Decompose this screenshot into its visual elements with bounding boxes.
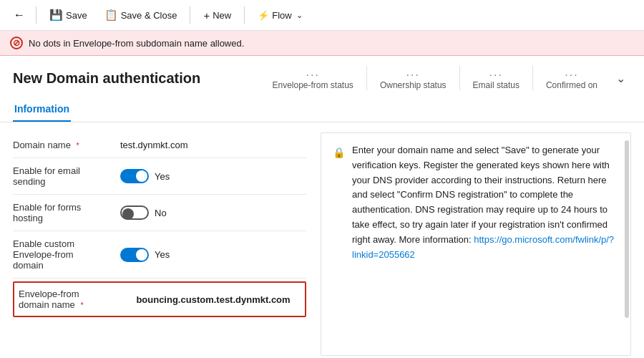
email-label: Email status [473,80,519,90]
lock-icon: 🔒 [333,145,345,160]
ownership-status: ... Ownership status [366,66,459,90]
domain-name-row: Domain name * [13,132,306,158]
email-sending-row: Enable for email sending Yes [13,158,306,195]
envelope-from-domain-value[interactable]: bouncing.custom.test.dynmkt.com [126,294,301,305]
new-icon: + [203,9,210,21]
save-icon: 💾 [49,9,63,21]
forms-hosting-row: Enable for forms hosting No [13,195,306,231]
envelope-from-domain-label: Envelope-from domain name * [19,289,119,310]
envelope-from-toggle-container: Yes [120,248,170,262]
separator-1 [36,6,36,24]
toolbar: ← 💾 Save 📋 Save & Close + New ⚡ Flow ⌄ [0,0,644,31]
email-sending-thumb [136,170,147,182]
confirmed-on-dots: ... [565,66,578,79]
main-content: Domain name * Enable for email sending Y… [0,122,644,358]
email-dots: ... [489,66,503,79]
page-title: New Domain authentication [13,70,200,87]
info-panel: 🔒 Enter your domain name and select "Sav… [321,132,631,356]
forms-hosting-thumb [122,208,134,220]
flow-icon: ⚡ [258,10,269,21]
back-button[interactable]: ← [9,4,30,26]
envelope-from-required: * [80,301,83,309]
save-close-button[interactable]: 📋 Save & Close [97,5,185,25]
envelope-from-status: ... Envelope-from status [259,66,366,90]
info-text: Enter your domain name and select "Save"… [352,143,619,262]
forms-hosting-toggle[interactable] [120,205,149,220]
flow-label: Flow [272,10,291,21]
error-icon: ⊘ [10,37,23,49]
domain-name-label: Domain name * [13,140,113,150]
form-panel: Domain name * Enable for email sending Y… [13,132,321,356]
envelope-from-thumb [136,249,147,261]
new-button[interactable]: + New [196,6,238,25]
forms-hosting-label: Enable for forms hosting [13,202,113,223]
email-sending-toggle[interactable] [120,169,149,183]
status-expand-button[interactable]: ⌄ [610,69,631,88]
email-sending-toggle-container: Yes [120,169,170,183]
save-close-label: Save & Close [121,10,177,21]
envelope-from-enable-row: Enable custom Envelope-from domain Yes [13,231,306,279]
email-status: ... Email status [459,66,532,90]
forms-hosting-toggle-container: No [120,205,167,220]
error-message: No dots in Envelope-from subdomain name … [29,38,244,49]
info-link[interactable]: https://go.microsoft.com/fwlink/p/?linki… [352,234,614,260]
envelope-from-toggle[interactable] [120,248,149,262]
envelope-from-label: Envelope-from status [272,80,353,90]
save-close-icon: 📋 [104,9,118,21]
forms-hosting-toggle-label: No [155,208,167,218]
save-button[interactable]: 💾 Save [42,5,94,25]
separator-3 [244,6,245,24]
flow-chevron-icon: ⌄ [296,11,303,20]
envelope-from-dots: ... [306,66,320,79]
domain-name-input[interactable] [120,140,306,150]
domain-name-required: * [77,141,79,150]
tabs: Information [0,97,644,122]
envelope-from-toggle-label: Yes [155,249,170,260]
envelope-from-domain-row: Envelope-from domain name * bouncing.cus… [13,281,306,317]
error-banner: ⊘ No dots in Envelope-from subdomain nam… [0,31,644,56]
confirmed-on-label: Confirmed on [546,80,597,90]
email-sending-label: Enable for email sending [13,165,113,187]
envelope-from-enable-label: Enable custom Envelope-from domain [13,238,113,271]
ownership-dots: ... [406,66,420,79]
status-bar: ... Envelope-from status ... Ownership s… [259,66,631,90]
separator-2 [190,6,190,24]
confirmed-on-status: ... Confirmed on [532,66,610,90]
page-header: New Domain authentication ... Envelope-f… [0,56,644,97]
ownership-label: Ownership status [380,80,447,90]
email-sending-toggle-label: Yes [155,171,170,182]
scrollbar[interactable] [625,140,629,318]
tab-information[interactable]: Information [13,97,71,122]
save-label: Save [66,10,87,21]
flow-button[interactable]: ⚡ Flow ⌄ [250,6,309,24]
new-label: New [213,10,231,21]
